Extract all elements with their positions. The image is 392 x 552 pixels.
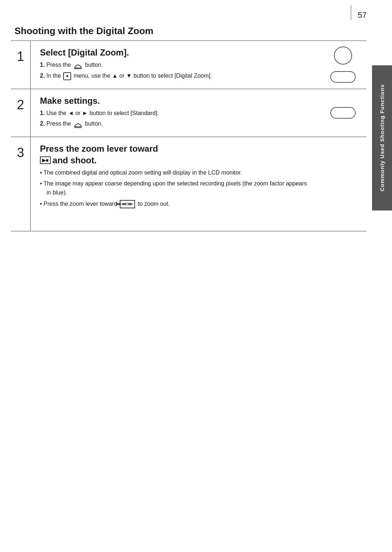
arrow-left-icon: ◄	[68, 110, 74, 116]
circle-button-icon	[334, 46, 352, 65]
bullet-1: The combined digital and optical zoom se…	[40, 168, 312, 177]
step-heading-2: Make settings.	[40, 96, 312, 106]
zoom-out-icon: ⋙⋘⋙	[120, 200, 135, 208]
step-row-3: 3 Press the zoom lever toward ▶■ and sho…	[11, 137, 367, 232]
camera-dot-icon: ●	[63, 72, 71, 80]
svg-text:MENU: MENU	[74, 67, 82, 69]
step-body-1: 1. Press the MENU button.	[40, 61, 312, 81]
step-content-3: Press the zoom lever toward ▶■ and shoot…	[31, 137, 319, 231]
step-3-bullets: The combined digital and optical zoom se…	[40, 168, 312, 209]
step-number-1: 1	[11, 41, 31, 89]
step-heading-3: Press the zoom lever toward ▶■ and shoot…	[40, 144, 312, 165]
svg-text:MENU: MENU	[74, 126, 82, 128]
main-content: Shooting with the Digital Zoom 1 Select …	[11, 22, 367, 232]
page-title: Shooting with the Digital Zoom	[11, 25, 367, 37]
bullet-2: The image may appear coarse depending up…	[40, 179, 312, 197]
oval-button-icon-2	[330, 107, 356, 119]
step-icon-col-2	[319, 89, 367, 137]
step-row-1: 1 Select [Digital Zoom]. 1. Press the	[11, 41, 367, 89]
step-number-3: 3	[11, 137, 31, 231]
step-2-instruction-2: 2. Press the MENU button.	[40, 119, 312, 128]
page-number: 57	[355, 11, 367, 20]
step-number-2: 2	[11, 89, 31, 137]
oval-button-icon-1	[330, 71, 356, 83]
step-icon-col-1	[319, 41, 367, 89]
top-bar-area: 57	[0, 0, 392, 22]
step-body-3: The combined digital and optical zoom se…	[40, 168, 312, 209]
rec-icon-heading: ▶■	[40, 156, 51, 164]
step-content-2: Make settings. 1. Use the ◄ or ► button …	[31, 89, 319, 137]
bullet-3: Press the zoom lever toward ⋙⋘⋙ to zoom …	[40, 200, 312, 209]
step-icon-col-3	[319, 137, 367, 231]
page-container: 57 Shooting with the Digital Zoom 1 Sele…	[0, 0, 392, 552]
sidebar-tab-label: Commonly Used Shooting Functions	[379, 84, 385, 191]
step-2-instruction-1: 1. Use the ◄ or ► button to select [Stan…	[40, 109, 312, 118]
step-row-2: 2 Make settings. 1. Use the ◄ or ► butto…	[11, 89, 367, 138]
step-body-2: 1. Use the ◄ or ► button to select [Stan…	[40, 109, 312, 129]
menu-button-icon-1: MENU	[73, 61, 83, 69]
step-1-instruction-2: 2. In the ● menu, use the ▲ or ▼ button …	[40, 71, 312, 81]
arrow-right-icon: ►	[82, 110, 88, 116]
arrow-up-icon: ▲	[112, 73, 118, 79]
sidebar-tab: Commonly Used Shooting Functions	[372, 65, 392, 210]
step-1-instruction-1: 1. Press the MENU button.	[40, 61, 312, 70]
step-heading-1: Select [Digital Zoom].	[40, 48, 312, 58]
step-content-1: Select [Digital Zoom]. 1. Press the MENU	[31, 41, 319, 89]
menu-button-icon-2: MENU	[73, 120, 83, 128]
arrow-down-icon: ▼	[126, 73, 132, 79]
top-bar-divider	[351, 5, 351, 20]
steps-wrapper: 1 Select [Digital Zoom]. 1. Press the	[11, 40, 367, 232]
